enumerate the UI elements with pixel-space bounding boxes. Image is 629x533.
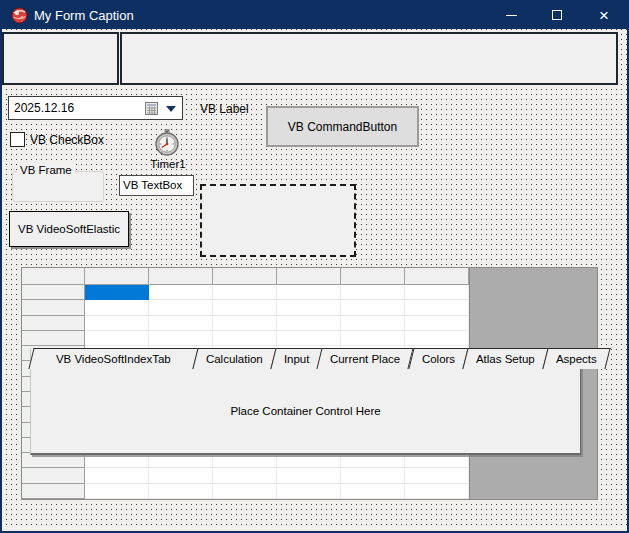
grid-cell[interactable] bbox=[149, 285, 213, 300]
tab-input[interactable]: Input bbox=[270, 348, 323, 369]
date-picker-value: 2025.12.16 bbox=[14, 101, 74, 115]
grid-cell[interactable] bbox=[277, 331, 341, 346]
grid-cell[interactable] bbox=[405, 300, 469, 315]
grid-cell[interactable] bbox=[85, 468, 149, 483]
timer-icon[interactable] bbox=[152, 128, 182, 158]
tab-body[interactable]: Place Container Control Here bbox=[31, 369, 580, 453]
maximize-icon bbox=[552, 10, 562, 20]
grid-cell[interactable] bbox=[405, 331, 469, 346]
grid-column-header[interactable] bbox=[341, 268, 405, 285]
grid-row-header[interactable] bbox=[22, 453, 85, 468]
grid-cell[interactable] bbox=[149, 453, 213, 468]
grid-corner-cell[interactable] bbox=[22, 268, 85, 285]
grid-cell[interactable] bbox=[149, 316, 213, 331]
dashed-picture-box[interactable] bbox=[200, 184, 356, 257]
grid-cell[interactable] bbox=[149, 484, 213, 499]
grid-cell[interactable] bbox=[341, 484, 405, 499]
grid-column-header[interactable] bbox=[405, 268, 469, 285]
vb-textbox[interactable]: VB TextBox bbox=[119, 175, 194, 196]
vb-checkbox-label: VB CheckBox bbox=[30, 133, 104, 147]
vb-videosoft-indextab: VB VideoSoftIndexTabCalculationInputCurr… bbox=[30, 348, 581, 455]
grid-cell[interactable] bbox=[277, 285, 341, 300]
form-window: My Form Caption × 2025.12.16 VB Label VB… bbox=[0, 0, 629, 533]
grid-cell[interactable] bbox=[213, 331, 277, 346]
close-icon: × bbox=[599, 7, 609, 24]
title-bar[interactable]: My Form Caption × bbox=[0, 0, 629, 31]
grid-column-header[interactable] bbox=[85, 268, 149, 285]
grid-cell[interactable] bbox=[85, 300, 149, 315]
form-icon bbox=[11, 7, 28, 24]
window-title: My Form Caption bbox=[34, 0, 134, 31]
tab-row: VB VideoSoftIndexTabCalculationInputCurr… bbox=[31, 348, 580, 369]
grid-cell[interactable] bbox=[213, 468, 277, 483]
maximize-button[interactable] bbox=[541, 0, 573, 30]
grid-selected-cell[interactable] bbox=[85, 285, 149, 300]
top-panel-right[interactable] bbox=[120, 32, 618, 85]
grid-cell[interactable] bbox=[149, 468, 213, 483]
grid-cell[interactable] bbox=[213, 316, 277, 331]
calendar-icon bbox=[145, 101, 158, 115]
grid-row-header[interactable] bbox=[22, 285, 85, 300]
grid-cell[interactable] bbox=[405, 468, 469, 483]
date-picker[interactable]: 2025.12.16 bbox=[8, 96, 183, 120]
grid-cell[interactable] bbox=[85, 453, 149, 468]
vb-checkbox[interactable] bbox=[10, 132, 25, 147]
grid-cell[interactable] bbox=[85, 331, 149, 346]
grid-cell[interactable] bbox=[213, 300, 277, 315]
grid-cell[interactable] bbox=[149, 300, 213, 315]
grid-cell[interactable] bbox=[405, 285, 469, 300]
grid-cell[interactable] bbox=[341, 453, 405, 468]
vb-label: VB Label bbox=[200, 102, 249, 116]
grid-cell[interactable] bbox=[213, 285, 277, 300]
grid-cell[interactable] bbox=[213, 484, 277, 499]
tab-vb-videosoftindextab[interactable]: VB VideoSoftIndexTab bbox=[28, 348, 198, 369]
grid-cell[interactable] bbox=[341, 468, 405, 483]
grid-cell[interactable] bbox=[277, 316, 341, 331]
tab-body-text: Place Container Control Here bbox=[230, 405, 380, 417]
grid-cell[interactable] bbox=[149, 331, 213, 346]
grid-row-header[interactable] bbox=[22, 316, 85, 331]
dropdown-arrow-icon[interactable] bbox=[166, 106, 176, 112]
grid-row-header[interactable] bbox=[22, 484, 85, 499]
grid-row-header[interactable] bbox=[22, 300, 85, 315]
vb-textbox-value: VB TextBox bbox=[123, 179, 182, 191]
tab-label: Atlas Setup bbox=[476, 353, 535, 365]
tab-label: VB VideoSoftIndexTab bbox=[56, 353, 171, 365]
grid-cell[interactable] bbox=[277, 300, 341, 315]
tab-label: Colors bbox=[422, 353, 455, 365]
vb-command-button[interactable]: VB CommandButton bbox=[266, 106, 419, 147]
grid-cell[interactable] bbox=[277, 453, 341, 468]
timer-label: Timer1 bbox=[140, 158, 196, 170]
grid-cell[interactable] bbox=[85, 316, 149, 331]
grid-column-header[interactable] bbox=[277, 268, 341, 285]
tab-colors[interactable]: Colors bbox=[408, 348, 468, 369]
grid-cell[interactable] bbox=[405, 453, 469, 468]
grid-cell[interactable] bbox=[341, 300, 405, 315]
grid-column-header[interactable] bbox=[213, 268, 277, 285]
tab-label: Current Place bbox=[330, 353, 400, 365]
grid-cell[interactable] bbox=[213, 453, 277, 468]
tab-label: Aspects bbox=[556, 353, 597, 365]
grid-row-header[interactable] bbox=[22, 331, 85, 346]
grid-row-header[interactable] bbox=[22, 468, 85, 483]
grid-cell[interactable] bbox=[405, 316, 469, 331]
grid-cell[interactable] bbox=[277, 468, 341, 483]
vb-videosoft-elastic[interactable]: VB VideoSoftElastic bbox=[9, 211, 129, 247]
grid-column-header[interactable] bbox=[149, 268, 213, 285]
grid-cell[interactable] bbox=[405, 484, 469, 499]
tab-atlas-setup[interactable]: Atlas Setup bbox=[462, 348, 548, 369]
grid-cell[interactable] bbox=[341, 316, 405, 331]
elastic-label: VB VideoSoftElastic bbox=[18, 223, 120, 235]
tab-calculation[interactable]: Calculation bbox=[192, 348, 276, 369]
grid-cell[interactable] bbox=[85, 484, 149, 499]
command-button-label: VB CommandButton bbox=[288, 120, 397, 134]
grid-cell[interactable] bbox=[277, 484, 341, 499]
tab-aspects[interactable]: Aspects bbox=[542, 348, 610, 369]
grid-cell[interactable] bbox=[341, 285, 405, 300]
minimize-icon bbox=[506, 15, 517, 16]
tab-current-place[interactable]: Current Place bbox=[317, 348, 415, 369]
minimize-button[interactable] bbox=[495, 0, 527, 30]
top-panel-left[interactable] bbox=[2, 32, 119, 85]
grid-cell[interactable] bbox=[341, 331, 405, 346]
close-button[interactable]: × bbox=[588, 0, 620, 30]
